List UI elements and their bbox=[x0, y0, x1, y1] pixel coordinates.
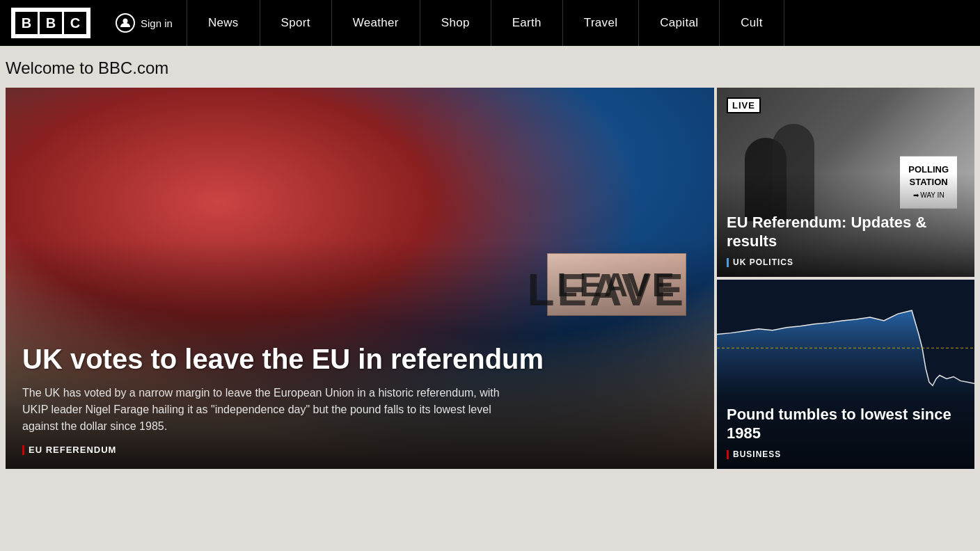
side2-category-bar bbox=[727, 450, 729, 459]
main-grid: LEAVE UK votes to leave the EU in refere… bbox=[6, 88, 974, 469]
side-article-2-category: BUSINESS bbox=[727, 449, 965, 459]
main-nav: News Sport Weather Shop Earth Travel Cap… bbox=[187, 0, 980, 46]
user-icon bbox=[116, 13, 135, 33]
logo-c: C bbox=[64, 12, 86, 34]
logo-b2: B bbox=[40, 12, 62, 34]
nav-item-cult[interactable]: Cult bbox=[720, 0, 784, 46]
hero-title: UK votes to leave the EU in referendum bbox=[22, 343, 697, 375]
sign-in-button[interactable]: Sign in bbox=[102, 0, 187, 46]
hero-description: The UK has voted by a narrow margin to l… bbox=[22, 385, 523, 435]
nav-item-shop[interactable]: Shop bbox=[420, 0, 491, 46]
side-article-2-category-label: BUSINESS bbox=[733, 449, 781, 459]
category-bar-icon bbox=[22, 445, 24, 455]
page-content: Welcome to BBC.com LEAVE UK votes to lea… bbox=[0, 46, 980, 469]
nav-item-weather[interactable]: Weather bbox=[332, 0, 420, 46]
welcome-heading: Welcome to BBC.com bbox=[6, 58, 974, 78]
hero-category-label: EU REFERENDUM bbox=[29, 445, 116, 455]
side-article-2-overlay: Pound tumbles to lowest since 1985 BUSIN… bbox=[717, 396, 974, 469]
side-article-pound[interactable]: Pound tumbles to lowest since 1985 BUSIN… bbox=[717, 280, 974, 469]
side-article-2-title: Pound tumbles to lowest since 1985 bbox=[727, 406, 965, 442]
sign-in-label: Sign in bbox=[141, 17, 173, 29]
site-header: B B C Sign in News Sport Weather Shop Ea… bbox=[0, 0, 980, 46]
svg-point-0 bbox=[123, 19, 128, 24]
hero-article[interactable]: LEAVE UK votes to leave the EU in refere… bbox=[6, 88, 714, 469]
side-article-1-category-label: UK POLITICS bbox=[733, 257, 793, 267]
side-article-1-title: EU Referendum: Updates & results bbox=[727, 214, 965, 250]
side-article-1-category: UK POLITICS bbox=[727, 257, 965, 267]
side1-category-bar bbox=[727, 258, 729, 267]
hero-overlay: UK votes to leave the EU in referendum T… bbox=[6, 326, 714, 469]
nav-item-news[interactable]: News bbox=[187, 0, 260, 46]
nav-item-capital[interactable]: Capital bbox=[639, 0, 720, 46]
nav-item-travel[interactable]: Travel bbox=[563, 0, 639, 46]
side-article-referendum[interactable]: POLLINGSTATION ➡ WAY IN LIVE EU Referend… bbox=[717, 88, 974, 277]
bbc-logo[interactable]: B B C bbox=[0, 0, 102, 46]
side-article-1-overlay: EU Referendum: Updates & results UK POLI… bbox=[717, 204, 974, 277]
hero-category: EU REFERENDUM bbox=[22, 445, 697, 455]
logo-b1: B bbox=[15, 12, 38, 34]
live-badge: LIVE bbox=[727, 97, 761, 113]
nav-item-sport[interactable]: Sport bbox=[260, 0, 332, 46]
nav-item-earth[interactable]: Earth bbox=[491, 0, 563, 46]
side-articles: POLLINGSTATION ➡ WAY IN LIVE EU Referend… bbox=[717, 88, 974, 469]
